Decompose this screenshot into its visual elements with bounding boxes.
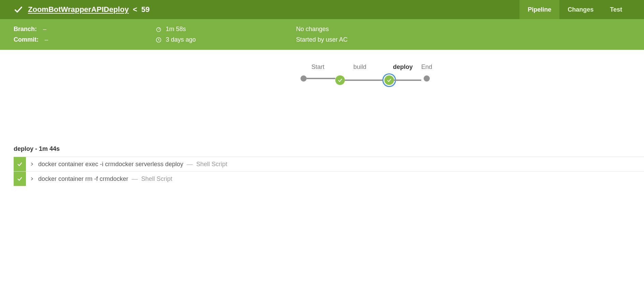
step-row[interactable]: docker container exec -i crmdocker serve…: [14, 157, 644, 172]
stage-row: Start build deploy: [89, 63, 644, 85]
branch-label: Branch:: [14, 26, 37, 33]
check-icon: [337, 77, 343, 83]
step-type: Shell Script: [196, 161, 227, 168]
expand-chevron[interactable]: [26, 172, 38, 186]
header-bar: ZoomBotWrapperAPIDeploy < 59 Pipeline Ch…: [0, 0, 644, 19]
commit-value: –: [45, 36, 48, 43]
step-row[interactable]: docker container rm -f crmdocker — Shell…: [14, 171, 644, 186]
stage-connector: [307, 78, 335, 79]
tab-pipeline[interactable]: Pipeline: [519, 0, 559, 19]
started-by-value: Started by user AC: [296, 36, 348, 43]
stage-label: Start: [311, 63, 324, 71]
stage-node-success-selected: [384, 75, 394, 85]
step-separator: —: [132, 175, 138, 183]
stage-connector: [345, 80, 384, 81]
duration-row: 1m 58s: [156, 26, 296, 33]
pipeline-graph-area: Start build deploy: [0, 50, 644, 145]
expand-chevron[interactable]: [26, 157, 38, 171]
step-status-success: [14, 157, 26, 171]
build-info-bar: Branch: – Commit: – 1m 58s 3 days ago No…: [0, 19, 644, 50]
build-number: 59: [141, 5, 149, 14]
step-separator: —: [187, 161, 193, 168]
check-icon: [17, 176, 23, 182]
stage-label: deploy: [393, 63, 413, 71]
steps-section: deploy - 1m 44s docker container exec -i…: [0, 145, 644, 186]
chevron-right-icon: [30, 177, 34, 181]
changes-row: No changes: [296, 26, 630, 33]
time-row: 3 days ago: [156, 36, 296, 43]
step-type: Shell Script: [141, 175, 172, 183]
step-command: docker container rm -f crmdocker: [38, 175, 128, 183]
started-by-row: Started by user AC: [296, 36, 630, 43]
duration-value: 1m 58s: [166, 26, 186, 33]
stage-start[interactable]: Start: [301, 63, 335, 82]
pipeline-name-link[interactable]: ZoomBotWrapperAPIDeploy: [28, 5, 129, 14]
changes-value: No changes: [296, 26, 329, 33]
commit-label: Commit:: [14, 36, 39, 43]
success-check-icon: [14, 5, 23, 14]
commit-row: Commit: –: [14, 36, 156, 43]
stage-build[interactable]: build: [335, 63, 384, 85]
stage-label: build: [353, 63, 366, 71]
step-command: docker container exec -i crmdocker serve…: [38, 161, 183, 168]
stage-node-dot: [301, 75, 307, 82]
stage-heading: deploy - 1m 44s: [14, 145, 644, 153]
stage-connector: [394, 80, 421, 81]
tab-tests[interactable]: Test: [602, 0, 630, 19]
stage-label: End: [421, 63, 432, 71]
branch-value: –: [43, 26, 46, 33]
header-tabs: Pipeline Changes Test: [519, 0, 630, 19]
chevron-right-icon: [30, 162, 34, 166]
stage-deploy[interactable]: deploy: [384, 63, 421, 85]
tab-changes[interactable]: Changes: [559, 0, 602, 19]
clock-icon: [156, 37, 162, 43]
stage-end[interactable]: End: [421, 63, 432, 82]
stage-node-success: [335, 75, 345, 85]
stage-node-dot: [424, 75, 430, 82]
stopwatch-icon: [156, 26, 162, 32]
time-value: 3 days ago: [166, 36, 196, 43]
branch-row: Branch: –: [14, 26, 156, 33]
check-icon: [386, 77, 392, 83]
step-status-success: [14, 172, 26, 186]
chevron-left-icon[interactable]: <: [133, 5, 137, 14]
check-icon: [17, 161, 23, 167]
